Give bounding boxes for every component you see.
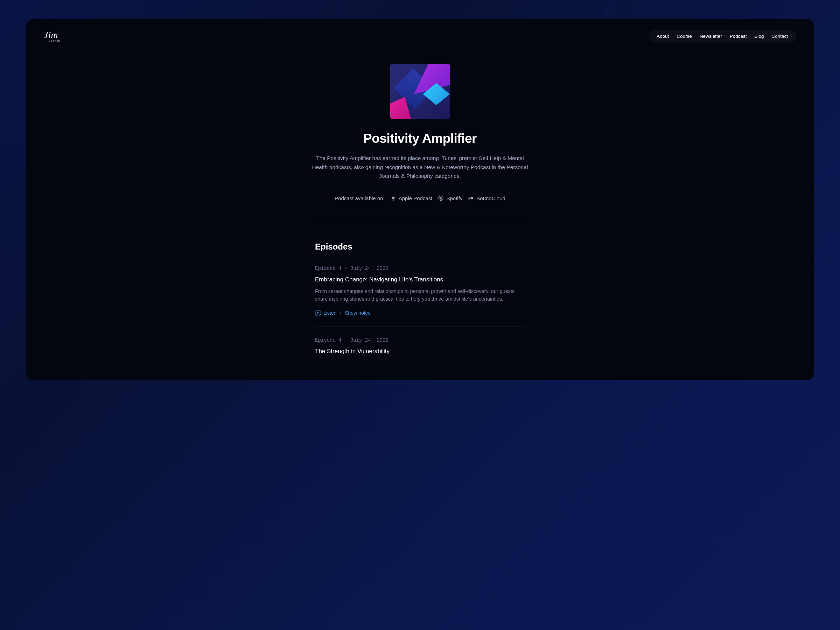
available-label: Podcast available on: <box>335 195 385 201</box>
svg-point-0 <box>392 197 394 199</box>
main-nav: About Course Newsletter Podcast Blog Con… <box>648 30 796 43</box>
header: Jim Séchen About Course Newsletter Podca… <box>44 30 796 43</box>
soundcloud-icon <box>468 195 474 201</box>
episode-item: Episode 4 - July 24, 2022 Embracing Chan… <box>315 266 525 327</box>
episode-description: From career changes and relationships to… <box>315 287 525 303</box>
episode-title[interactable]: The Strength in Vulnerability <box>315 348 525 355</box>
svg-rect-3 <box>469 197 470 199</box>
episode-meta: Episode 4 - July 24, 2022 <box>315 266 525 271</box>
episodes-heading: Episodes <box>315 242 525 252</box>
podcast-title: Positivity Amplifier <box>363 131 477 146</box>
apple-podcast-icon <box>390 195 396 201</box>
svg-rect-4 <box>470 198 471 199</box>
podcast-hero: Positivity Amplifier The Positivity Ampl… <box>311 64 529 219</box>
platform-apple-podcast[interactable]: Apple Podcast <box>390 195 433 201</box>
brand-logo[interactable]: Jim Séchen <box>44 30 60 43</box>
listen-label: Listen <box>324 310 336 316</box>
brand-name: Jim <box>44 30 60 40</box>
platform-label: SoundCloud <box>476 195 505 201</box>
nav-podcast[interactable]: Podcast <box>730 33 747 39</box>
show-notes-link[interactable]: Show notes <box>345 310 370 316</box>
action-separator: / <box>340 310 341 316</box>
svg-rect-2 <box>469 198 469 199</box>
brand-subtitle: Séchen <box>49 39 60 43</box>
platform-soundcloud[interactable]: SoundCloud <box>468 195 505 201</box>
episode-title[interactable]: Embracing Change: Navigating Life's Tran… <box>315 276 525 283</box>
app-container: Jim Séchen About Course Newsletter Podca… <box>26 19 814 380</box>
nav-contact[interactable]: Contact <box>771 33 788 39</box>
listen-button[interactable]: Listen <box>315 310 336 316</box>
episode-meta: Episode 4 - July 24, 2022 <box>315 337 525 343</box>
episodes-section: Episodes Episode 4 - July 24, 2022 Embra… <box>315 242 525 355</box>
episode-actions: Listen / Show notes <box>315 310 525 316</box>
section-divider <box>315 219 525 219</box>
podcast-description: The Positivity Amplifier has earned its … <box>311 154 529 181</box>
nav-blog[interactable]: Blog <box>754 33 764 39</box>
nav-about[interactable]: About <box>657 33 669 39</box>
platform-label: Apple Podcast <box>399 195 433 201</box>
play-icon <box>315 310 321 316</box>
platform-spotify[interactable]: Spotify <box>438 195 463 201</box>
podcast-artwork <box>390 64 450 119</box>
platform-list: Podcast available on: Apple Podcast <box>335 195 505 201</box>
nav-newsletter[interactable]: Newsletter <box>699 33 722 39</box>
episode-item: Episode 4 - July 24, 2022 The Strength i… <box>315 337 525 355</box>
spotify-icon <box>438 195 444 201</box>
platform-label: Spotify <box>446 195 463 201</box>
nav-course[interactable]: Course <box>677 33 692 39</box>
